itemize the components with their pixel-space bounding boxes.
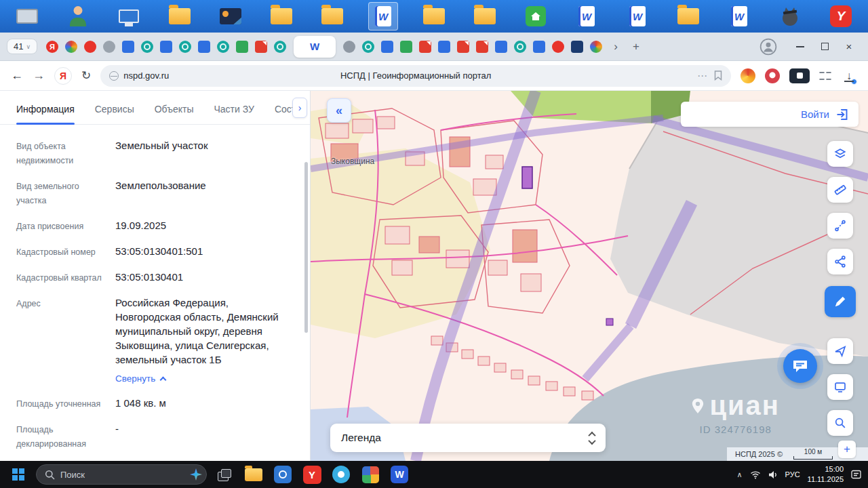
task-view-button[interactable]: [213, 463, 236, 486]
tabs-scroll-button[interactable]: ›: [292, 98, 307, 118]
tab-favicon-pdf[interactable]: [476, 41, 488, 53]
tab-favicon-pdf[interactable]: [419, 41, 431, 53]
extent-button[interactable]: [827, 374, 853, 400]
tab-favicon[interactable]: Я: [46, 41, 58, 53]
desktop-icon-monitor[interactable]: [114, 2, 144, 30]
locate-button[interactable]: [827, 338, 853, 364]
tab-favicon[interactable]: [103, 41, 115, 53]
desktop-icon-folder[interactable]: [673, 2, 703, 30]
address-bar[interactable]: nspd.gov.ru НСПД | Геоинформационный пор…: [100, 65, 731, 87]
speaker-icon[interactable]: [768, 470, 778, 479]
tab-favicon[interactable]: [65, 41, 77, 53]
close-button[interactable]: ×: [837, 37, 861, 57]
tab-parcel-parts[interactable]: Части ЗУ: [214, 104, 254, 124]
tab-favicon[interactable]: [217, 41, 229, 53]
tab-counter[interactable]: 41∨: [7, 39, 37, 54]
maximize-button[interactable]: [812, 37, 837, 57]
desktop-icon-folder[interactable]: [470, 2, 500, 30]
desktop-icon-image[interactable]: [216, 2, 245, 30]
tab-favicon[interactable]: [495, 41, 507, 53]
legend-toggle[interactable]: Легенда: [330, 424, 606, 452]
tab-favicon[interactable]: [514, 41, 526, 53]
photos-button[interactable]: [359, 463, 382, 486]
desktop-icon-person[interactable]: [63, 2, 93, 30]
tab-favicon[interactable]: [590, 41, 602, 53]
map-area[interactable]: « Зыковщина Войти Легенда: [311, 91, 868, 461]
desktop-icon-laptop[interactable]: [12, 2, 42, 30]
tab-favicon-pdf[interactable]: [255, 41, 267, 53]
collapse-panel-button[interactable]: «: [327, 98, 351, 123]
active-tab[interactable]: W: [294, 36, 336, 58]
tray-expand-button[interactable]: ∧: [736, 470, 742, 479]
tab-favicon[interactable]: [362, 41, 374, 53]
draw-button[interactable]: [825, 286, 856, 317]
tab-favicon[interactable]: [179, 41, 191, 53]
tab-favicon[interactable]: [236, 41, 248, 53]
tab-favicon[interactable]: [141, 41, 153, 53]
tab-favicon[interactable]: [198, 41, 210, 53]
tab-favicon[interactable]: [438, 41, 450, 53]
route-button[interactable]: [827, 213, 853, 239]
extension-icon[interactable]: [789, 68, 810, 83]
desktop-icon-yandex-browser[interactable]: Y: [826, 2, 856, 30]
bookmark-icon[interactable]: [714, 70, 722, 81]
desktop-icon-house[interactable]: [521, 2, 551, 30]
tab-groups-icon[interactable]: [819, 70, 831, 82]
tab-favicon-pdf[interactable]: [457, 41, 469, 53]
more-actions-icon[interactable]: ⋯: [697, 70, 707, 82]
desktop-icon-word[interactable]: W: [623, 2, 652, 30]
tab-favicon[interactable]: [122, 41, 134, 53]
minimize-button[interactable]: [788, 37, 812, 57]
desktop-icon-folder[interactable]: [267, 2, 296, 30]
desktop-icon-folder[interactable]: [419, 2, 449, 30]
forward-button[interactable]: →: [33, 68, 45, 83]
tab-favicon[interactable]: [343, 41, 355, 53]
yandex-browser-button[interactable]: Y: [300, 463, 323, 486]
copilot-icon[interactable]: [190, 468, 202, 481]
new-tab-button[interactable]: +: [627, 38, 645, 56]
downloads-button[interactable]: ↓: [841, 68, 857, 84]
map-search-button[interactable]: [827, 410, 853, 436]
layers-button[interactable]: [827, 141, 853, 167]
settings-button[interactable]: [271, 463, 294, 486]
tab-favicon[interactable]: [274, 41, 286, 53]
extension-icon[interactable]: [765, 68, 780, 83]
zoom-in-button[interactable]: +: [838, 441, 856, 458]
desktop-icon-cat[interactable]: [775, 2, 805, 30]
back-button[interactable]: ←: [11, 68, 23, 83]
taskbar-search[interactable]: Поиск: [36, 464, 207, 485]
tab-favicon[interactable]: [160, 41, 172, 53]
desktop-icon-word-selected[interactable]: W: [368, 2, 398, 30]
cadastral-map[interactable]: [311, 91, 868, 461]
desktop-icon-word[interactable]: W: [724, 2, 754, 30]
panel-scrollbar[interactable]: [304, 162, 308, 333]
login-bar[interactable]: Войти: [681, 102, 859, 127]
site-info-icon[interactable]: [109, 71, 119, 81]
desktop-icon-folder[interactable]: [165, 2, 195, 30]
profile-avatar[interactable]: [760, 38, 777, 56]
desktop-icon-word[interactable]: W: [572, 2, 601, 30]
word-button[interactable]: W: [388, 463, 411, 486]
tab-scroll-right-button[interactable]: ›: [607, 38, 625, 56]
tab-favicon[interactable]: [552, 41, 564, 53]
tab-favicon[interactable]: [400, 41, 412, 53]
network-icon[interactable]: [750, 470, 761, 479]
share-button[interactable]: [827, 249, 853, 274]
explorer-button[interactable]: [242, 463, 265, 486]
notification-button[interactable]: [851, 470, 861, 479]
skype-button[interactable]: [330, 463, 353, 486]
language-indicator[interactable]: РУС: [785, 470, 800, 479]
tab-favicon[interactable]: [84, 41, 96, 53]
tab-favicon[interactable]: [533, 41, 545, 53]
desktop-icon-folder[interactable]: [317, 2, 347, 30]
tab-objects[interactable]: Объекты: [155, 104, 194, 124]
tab-services[interactable]: Сервисы: [95, 104, 134, 124]
yandex-button[interactable]: Я: [54, 67, 72, 85]
tab-favicon[interactable]: [571, 41, 583, 53]
tab-information[interactable]: Информация: [16, 104, 75, 124]
tab-favicon[interactable]: [381, 41, 393, 53]
collapse-address-link[interactable]: Свернуть: [115, 371, 294, 386]
chat-button[interactable]: [783, 349, 817, 383]
start-button[interactable]: [7, 463, 30, 486]
extension-icon[interactable]: [741, 68, 755, 83]
